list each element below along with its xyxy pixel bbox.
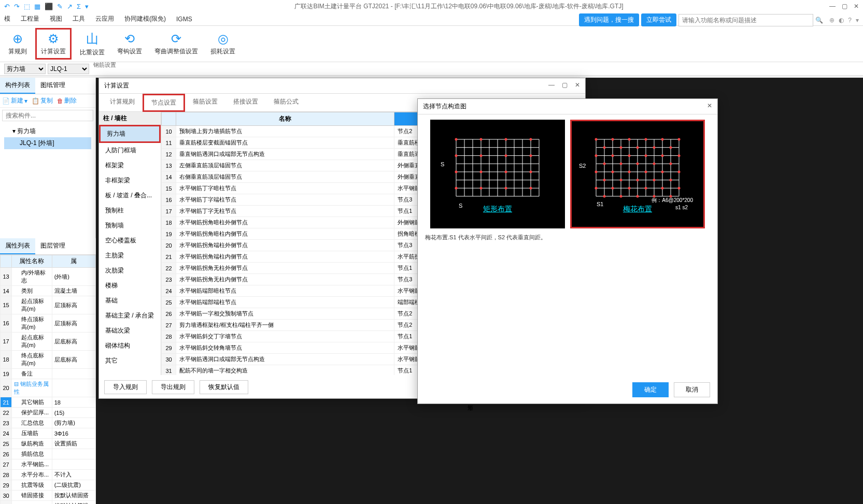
prop-value[interactable]: 层底标高 bbox=[52, 333, 95, 351]
ok-button[interactable]: 确定 bbox=[632, 382, 669, 397]
category-item[interactable]: 非框架梁 bbox=[99, 173, 161, 188]
minimize-icon[interactable]: — bbox=[829, 3, 836, 10]
category-item[interactable]: 人防门框墙 bbox=[99, 143, 161, 158]
menu-item[interactable]: 工具 bbox=[73, 15, 85, 23]
rule-name[interactable]: 水平钢筋斜交丁字墙节点 bbox=[176, 331, 394, 342]
prop-value[interactable] bbox=[52, 379, 95, 397]
menu-item[interactable]: IGMS bbox=[176, 16, 192, 23]
tree-child[interactable]: JLQ-1 [外墙] bbox=[4, 137, 91, 149]
function-search-input[interactable] bbox=[678, 14, 813, 26]
rule-name[interactable]: 水平钢筋斜交转角墙节点 bbox=[176, 342, 394, 354]
prop-value[interactable]: 不计入 bbox=[52, 470, 95, 480]
rule-name[interactable]: 水平钢筋丁字端柱节点 bbox=[176, 194, 394, 206]
prop-value[interactable]: 混凝土墙 bbox=[52, 286, 95, 296]
prop-value[interactable]: (二级抗震) bbox=[52, 480, 95, 491]
reset-defaults-button[interactable]: 恢复默认值 bbox=[200, 380, 248, 394]
category-item[interactable]: 预制墙 bbox=[99, 218, 161, 233]
ribbon-弯钩设置[interactable]: ⟲弯钩设置 bbox=[113, 30, 146, 58]
prop-value[interactable]: (剪力墙) bbox=[52, 418, 95, 428]
rule-name[interactable]: 水平钢筋端部暗柱节点 bbox=[176, 285, 394, 297]
rule-name[interactable]: 水平钢筋拐角无柱内侧节点 bbox=[176, 274, 394, 285]
qat-icon[interactable]: Σ bbox=[77, 3, 81, 10]
close-icon[interactable]: ✕ bbox=[854, 3, 859, 10]
prop-value[interactable]: 层顶标高 bbox=[52, 296, 95, 314]
ribbon-弯曲调整值设置[interactable]: ⟳弯曲调整值设置 bbox=[150, 30, 202, 58]
import-rules-button[interactable]: 导入规则 bbox=[104, 380, 147, 394]
qat-icon[interactable]: ⬛ bbox=[45, 3, 53, 10]
prop-value[interactable]: 层顶标高 bbox=[52, 314, 95, 333]
ribbon-比重设置[interactable]: 山比重设置 bbox=[76, 28, 109, 59]
prop-value[interactable]: 按默认计算设置计算 bbox=[52, 501, 95, 505]
rule-name[interactable]: 水平钢筋拐角端柱内侧节点 bbox=[176, 251, 394, 263]
help-icon[interactable]: ? bbox=[848, 17, 852, 24]
category-item[interactable]: 基础主梁 / 承台梁 bbox=[99, 308, 161, 323]
dialog-tab[interactable]: 箍筋公式 bbox=[266, 94, 306, 111]
tab-drawing-manage[interactable]: 图纸管理 bbox=[35, 78, 70, 94]
ribbon-损耗设置[interactable]: ◎损耗设置 bbox=[206, 30, 239, 58]
close-icon[interactable]: ✕ bbox=[575, 81, 580, 90]
export-rules-button[interactable]: 导出规则 bbox=[152, 380, 194, 394]
option-plum-layout[interactable]: S2 S1 例：A6@200*200 s1 s2 梅花布置 bbox=[570, 120, 705, 228]
category-item[interactable]: 楼梯 bbox=[99, 278, 161, 293]
dialog-tab[interactable]: 节点设置 bbox=[143, 94, 185, 112]
prop-value[interactable] bbox=[52, 369, 95, 379]
tab-layers[interactable]: 图层管理 bbox=[35, 238, 70, 254]
rule-name[interactable]: 预制墙上剪力墙插筋节点 bbox=[176, 126, 394, 137]
menu-item[interactable]: 云应用 bbox=[95, 15, 114, 23]
new-button[interactable]: 📄 新建 ▾ bbox=[2, 96, 27, 105]
globe-icon[interactable]: ⊕ bbox=[829, 17, 834, 24]
search-icon[interactable]: 🔍 bbox=[815, 17, 823, 24]
rule-name[interactable]: 水平钢筋拐角无柱外侧节点 bbox=[176, 263, 394, 274]
category-item[interactable]: 其它 bbox=[99, 353, 161, 368]
prop-value[interactable]: 设置插筋 bbox=[52, 439, 95, 449]
rule-name[interactable]: 水平钢筋拐角暗柱内侧节点 bbox=[176, 228, 394, 240]
rule-name[interactable]: 垂直筋楼层变截面锚固节点 bbox=[176, 137, 394, 149]
rule-name[interactable]: 水平钢筋端部端柱节点 bbox=[176, 297, 394, 308]
tab-component-list[interactable]: 构件列表 bbox=[0, 78, 35, 94]
rule-name[interactable]: 水平钢筋拐角暗柱外侧节点 bbox=[176, 217, 394, 228]
rule-name[interactable]: 配筋不同的墙一字相交构造 bbox=[176, 365, 394, 376]
menu-item[interactable]: 工程量 bbox=[21, 15, 39, 23]
menu-item[interactable]: 协同建模(限免) bbox=[124, 15, 166, 23]
cancel-button[interactable]: 取消 bbox=[674, 382, 710, 397]
prop-value[interactable] bbox=[52, 449, 95, 459]
category-item[interactable]: 空心楼盖板 bbox=[99, 233, 161, 248]
menu-item[interactable]: 视图 bbox=[50, 15, 62, 23]
qat-icon[interactable]: ▾ bbox=[85, 3, 89, 10]
category-item[interactable]: 基础 bbox=[99, 293, 161, 308]
category-item[interactable]: 主肋梁 bbox=[99, 248, 161, 263]
rule-name[interactable]: 右侧垂直筋顶层锚固节点 bbox=[176, 171, 394, 183]
rule-name[interactable]: 垂直钢筋遇洞口或端部无节点构造 bbox=[176, 149, 394, 160]
category-item[interactable]: 板 / 坡道 / 叠合... bbox=[99, 188, 161, 203]
qat-icon[interactable]: ✎ bbox=[57, 3, 63, 10]
component-search-input[interactable] bbox=[2, 110, 93, 121]
maximize-icon[interactable]: ▢ bbox=[562, 81, 568, 90]
prop-value[interactable]: 按默认错固搭 bbox=[52, 491, 95, 501]
rule-name[interactable]: 剪力墙遇框架柱/框支柱/端柱平齐一侧 bbox=[176, 320, 394, 331]
qat-icon[interactable]: ⬚ bbox=[24, 3, 30, 10]
ribbon-算规则[interactable]: ⊕算规则 bbox=[4, 30, 31, 58]
dialog-tab[interactable]: 计算规则 bbox=[102, 94, 143, 111]
rule-name[interactable]: 水平钢筋拐角端柱外侧节点 bbox=[176, 240, 394, 251]
qat-icon[interactable]: ↶ bbox=[4, 3, 10, 10]
prop-value[interactable]: (15) bbox=[52, 408, 95, 418]
delete-button[interactable]: 🗑 删除 bbox=[57, 96, 77, 105]
dialog-tab[interactable]: 搭接设置 bbox=[225, 94, 266, 111]
maximize-icon[interactable]: ▢ bbox=[842, 3, 847, 10]
prop-value[interactable]: 层底标高 bbox=[52, 351, 95, 369]
rule-name[interactable]: 水平钢筋丁字无柱节点 bbox=[176, 206, 394, 217]
prop-value[interactable]: 3Φ16 bbox=[52, 428, 95, 439]
minimize-icon[interactable]: — bbox=[548, 81, 555, 90]
rule-name[interactable]: 左侧垂直筋顶层锚固节点 bbox=[176, 160, 394, 171]
dropdown-icon[interactable]: ▾ bbox=[856, 17, 859, 24]
category-item[interactable]: 框架梁 bbox=[99, 158, 161, 173]
close-icon[interactable]: ✕ bbox=[707, 102, 712, 111]
category-item[interactable]: 剪力墙 bbox=[99, 125, 161, 143]
tab-properties[interactable]: 属性列表 bbox=[0, 238, 35, 254]
qat-icon[interactable]: ↷ bbox=[14, 3, 20, 10]
copy-button[interactable]: 📋 复制 bbox=[32, 96, 53, 105]
prop-value[interactable]: 18 bbox=[52, 397, 95, 408]
prop-value[interactable]: (外墙) bbox=[52, 268, 95, 286]
tree-root[interactable]: ▾ 剪力墙 bbox=[4, 125, 91, 137]
dialog-tab[interactable]: 箍筋设置 bbox=[185, 94, 225, 111]
